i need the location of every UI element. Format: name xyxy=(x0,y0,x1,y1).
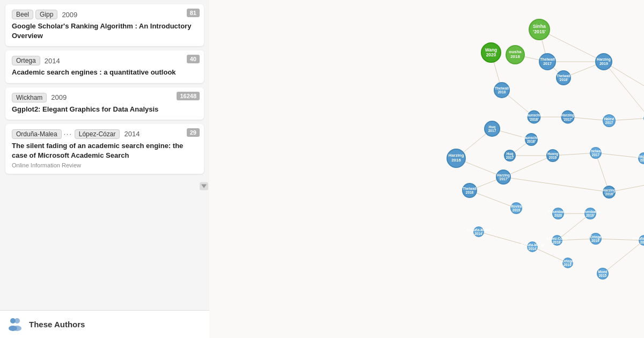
node-label-Huq2017: Huq 2017 xyxy=(488,125,496,133)
paper-title-3: Ggplot2: Elegant Graphics for Data Analy… xyxy=(12,105,197,114)
network-node-Ousha2018[interactable]: ousha 2018 xyxy=(506,45,525,64)
node-label-Thelwall2018a: Thelwall '2018' xyxy=(557,74,570,82)
network-node-Gusenbauer2020[interactable]: Gusenbauer 2020 xyxy=(552,208,564,219)
network-node-Huang2019[interactable]: Huang 2019 xyxy=(546,149,559,162)
network-node-Wang2020[interactable]: Wang 2020 xyxy=(481,42,501,63)
node-label-Sinha2015: Sinha '2015' xyxy=(533,24,546,34)
network-node-Ortega2014[interactable]: Ortega 2014' xyxy=(590,233,602,245)
node-label-Gusenbauer2020: Gusenbauer 2020 xyxy=(548,210,568,217)
network-node-Thelwall2018a[interactable]: Thelwall '2018' xyxy=(556,70,571,85)
network-node-Harzing2016b[interactable]: Harzing '2016' xyxy=(603,186,616,199)
svg-line-42 xyxy=(603,240,644,274)
node-label-Thelwall2017b: Thelwall 2017 xyxy=(589,149,603,157)
author-tag-orduna[interactable]: Orduña-Malea xyxy=(12,129,62,139)
author-tag-beel[interactable]: Beel xyxy=(12,10,33,19)
citation-badge-3: 16248 xyxy=(177,92,200,100)
node-label-Harzing2016b: Harzing '2016' xyxy=(603,188,616,196)
network-node-Gusenbauer2019[interactable]: Gusenbauer 2019' xyxy=(584,208,596,219)
bottom-section: These Authors xyxy=(0,310,209,338)
author-tag-gipp[interactable]: Gipp xyxy=(35,10,57,19)
author-ellipsis: ··· xyxy=(64,130,72,138)
paper-authors-4: Orduña-Malea ··· López-Cózar 2014 xyxy=(12,129,197,139)
node-label-Harzing2019: Harzing 2019 xyxy=(597,57,611,66)
node-label-Halevi2017: Halevi 2017 xyxy=(604,117,614,124)
paper-authors-3: Wickham 2009 xyxy=(12,93,197,102)
svg-point-1 xyxy=(14,318,20,324)
node-label-Harzing2016: Harzing 2016 xyxy=(449,153,464,163)
network-node-Harzing2016[interactable]: Harzing 2016 xyxy=(447,149,466,168)
node-label-Haunschild2018a: Haunschild '2018' xyxy=(524,113,543,121)
network-node-Sinha2015[interactable]: Sinha '2015' xyxy=(529,19,550,40)
network-node-Rovira2019[interactable]: Rovira 2019 xyxy=(510,202,522,214)
paper-year-3: 2009 xyxy=(51,93,67,101)
network-node-Thelwall2017b[interactable]: Thelwall 2017 xyxy=(590,147,602,159)
node-label-Noorden2014: Noorden 2014' xyxy=(642,114,644,122)
citation-badge-2: 40 xyxy=(187,55,200,63)
these-authors-label: These Authors xyxy=(29,320,85,329)
network-node-Thelwall2018b[interactable]: Thelwall 2018 xyxy=(494,82,510,98)
node-label-Harzing2017: Harzing '2017' xyxy=(561,113,574,121)
network-node-Harzing2017[interactable]: Harzing '2017' xyxy=(561,111,575,124)
author-tag-wickham[interactable]: Wickham xyxy=(12,93,47,102)
node-label-Huq2017b: Huq 2017 xyxy=(506,152,514,159)
paper-card-3[interactable]: 16248 Wickham 2009 Ggplot2: Elegant Grap… xyxy=(5,87,204,120)
node-label-Ortega2014b: Ortega 2014' xyxy=(562,259,574,267)
paper-title-4: The silent fading of an academic search … xyxy=(12,141,197,160)
node-label-Ortega2014: Ortega 2014' xyxy=(590,235,602,243)
node-label-OrdunaMaila2017: Orduña-Malea 2017 xyxy=(632,237,644,244)
network-node-OrdunaMaila2014a[interactable]: Orduña-Malea 2014' xyxy=(473,226,484,237)
paper-authors-2: Ortega 2014 xyxy=(12,56,197,65)
network-node-OrdunaMaila2017[interactable]: Orduña-Malea 2017 xyxy=(639,235,644,246)
network-node-Harzing2019[interactable]: Harzing 2019 xyxy=(595,53,612,70)
paper-year-1: 2009 xyxy=(62,11,77,19)
citation-badge-4: 29 xyxy=(187,128,200,137)
node-label-LopezCozar2018: López-Cózar 2018' xyxy=(547,237,568,244)
paper-title-2: Academic search engines : a quantitative… xyxy=(12,68,197,77)
network-edges xyxy=(209,0,644,338)
author-tag-ortega[interactable]: Ortega xyxy=(12,56,40,65)
node-label-Rovira2019: Rovira 2019 xyxy=(511,204,522,212)
authors-icon xyxy=(6,316,24,333)
svg-line-31 xyxy=(503,177,609,192)
network-node-Thelwall2017[interactable]: Thelwall 2017 xyxy=(539,53,556,70)
network-node-OrdunaMaila2014b[interactable]: Orduña-Malea '2014' xyxy=(527,241,538,252)
network-node-LopezCozar2018[interactable]: López-Cózar 2018' xyxy=(552,235,562,246)
node-label-Wang2020: Wang 2020 xyxy=(485,48,497,57)
node-label-Chapman2019: Chapman 2019 xyxy=(636,155,644,162)
paper-title-1: Google Scholar's Ranking Algorithm : An … xyxy=(12,21,197,41)
paper-card-2[interactable]: 40 Ortega 2014 Academic search engines :… xyxy=(5,50,204,83)
node-label-Gusenbauer2019: Gusenbauer 2019' xyxy=(580,210,601,217)
chevron-down-icon xyxy=(201,184,207,188)
node-label-OrdunaMaila2014b: Orduña-Malea '2014' xyxy=(521,243,544,251)
network-node-Moed2015[interactable]: Moed 2015 xyxy=(597,268,609,280)
scroll-down-button[interactable] xyxy=(200,182,208,190)
network-node-Harzing2017b[interactable]: Harzing '2017' xyxy=(496,170,511,185)
network-node-Haunschild2018a[interactable]: Haunschild '2018' xyxy=(528,111,541,124)
node-label-OrdunaMaila2014a: Orduña-Malea 2014' xyxy=(467,228,490,236)
paper-authors-1: Beel Gipp 2009 xyxy=(12,10,197,19)
network-node-Halevi2017[interactable]: Halevi 2017 xyxy=(603,114,616,127)
node-label-Harzing2017b: Harzing '2017' xyxy=(497,173,510,181)
node-label-Thelwall2018b: Thelwall 2018 xyxy=(495,86,509,94)
network-node-Ortega2014b[interactable]: Ortega 2014' xyxy=(562,258,573,268)
node-label-Huang2019: Huang 2019 xyxy=(547,152,558,159)
svg-line-12 xyxy=(604,62,644,118)
paper-year-4: 2014 xyxy=(124,130,140,138)
network-node-Thelwall2018d[interactable]: Thelwall 2018 xyxy=(462,183,477,198)
author-tag-lopez[interactable]: López-Cózar xyxy=(75,129,120,139)
paper-source-4: Online Information Review xyxy=(12,162,197,168)
node-label-Thelwall2018d: Thelwall 2018 xyxy=(463,187,477,194)
node-label-Haunschild2018b: Haunschild 2018' xyxy=(522,136,540,143)
paper-card-1[interactable]: 81 Beel Gipp 2009 Google Scholar's Ranki… xyxy=(5,4,204,46)
papers-list[interactable]: 81 Beel Gipp 2009 Google Scholar's Ranki… xyxy=(0,0,209,310)
paper-card-4[interactable]: 29 Orduña-Malea ··· López-Cózar 2014 The… xyxy=(5,124,204,174)
paper-year-2: 2014 xyxy=(45,57,60,65)
svg-point-3 xyxy=(13,326,21,331)
right-panel: Sinha '2015'Wang 2020ousha 2018Thelwall … xyxy=(209,0,644,338)
node-label-Moed2015: Moed 2015 xyxy=(598,270,608,277)
network-node-Huq2017[interactable]: Huq 2017 xyxy=(484,121,500,137)
network-canvas[interactable]: Sinha '2015'Wang 2020ousha 2018Thelwall … xyxy=(209,0,644,338)
network-node-Haunschild2018b[interactable]: Haunschild 2018' xyxy=(525,133,538,146)
node-label-Ousha2018: ousha 2018 xyxy=(509,50,521,59)
network-node-Huq2017b[interactable]: Huq 2017 xyxy=(504,150,516,161)
